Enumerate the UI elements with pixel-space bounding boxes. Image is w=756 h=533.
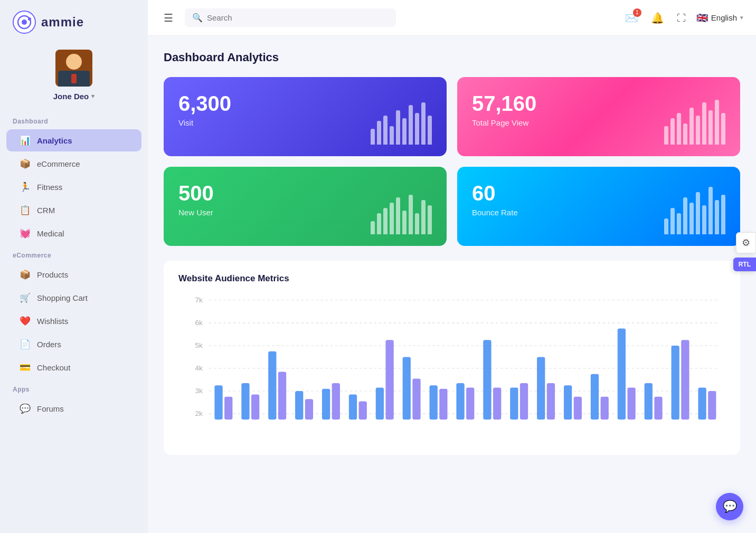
chart-bar-secondary xyxy=(278,372,286,419)
stat-bar xyxy=(402,211,407,234)
chart-bar-secondary xyxy=(574,397,582,420)
stat-bar xyxy=(677,213,681,234)
stat-bar xyxy=(670,208,675,234)
floating-rtl-button[interactable]: RTL xyxy=(733,258,756,271)
main-area: ☰ 🔍 ✉️ 1 🔔 ⛶ 🇬🇧 English ▾ Dashboard A xyxy=(148,0,756,533)
chart-bar-secondary xyxy=(412,378,420,420)
stat-bar xyxy=(396,197,400,234)
sidebar-label-ecommerce: eCommerce xyxy=(37,159,80,168)
floating-chat-button[interactable]: 💬 xyxy=(716,493,743,520)
chart-bar-primary xyxy=(591,374,599,420)
chart-bar-secondary xyxy=(627,388,635,420)
search-icon: 🔍 xyxy=(192,13,203,23)
sidebar-item-forums[interactable]: 💬 Forums xyxy=(6,397,141,420)
chart-bar-primary xyxy=(456,383,464,420)
sidebar-section-label-apps: Apps xyxy=(0,379,148,396)
bell-button[interactable]: 🔔 xyxy=(649,9,666,26)
stat-bar xyxy=(421,102,426,145)
user-avatar xyxy=(55,50,92,87)
sidebar-item-medical[interactable]: 💓 Medical xyxy=(6,222,141,244)
logo-icon xyxy=(13,11,36,34)
sidebar-icon-wishlists: ❤️ xyxy=(19,315,31,327)
stat-bars-bounce xyxy=(664,187,725,234)
stat-bar xyxy=(415,113,419,145)
sidebar-item-crm[interactable]: 📋 CRM xyxy=(6,199,141,221)
sidebar-label-shopping-cart: Shopping Cart xyxy=(37,293,88,302)
stat-bar xyxy=(383,208,388,234)
chart-bar-secondary xyxy=(385,340,393,420)
content-area: Dashboard Analytics 6,300 Visit 57,160 T… xyxy=(148,36,756,533)
svg-text:6k: 6k xyxy=(195,319,203,327)
sidebar-icon-shopping-cart: 🛒 xyxy=(19,292,31,303)
stat-bar xyxy=(708,187,713,234)
chart-bar-secondary xyxy=(654,397,662,420)
chart-bar-primary xyxy=(672,346,679,420)
sidebar-item-fitness[interactable]: 🏃 Fitness xyxy=(6,176,141,198)
mail-button[interactable]: ✉️ 1 xyxy=(623,9,640,26)
stat-bar xyxy=(390,126,394,145)
chart-bar-primary xyxy=(483,340,491,420)
chart-bar-primary xyxy=(349,395,357,420)
sidebar-item-products[interactable]: 📦 Products xyxy=(6,263,141,285)
topbar: ☰ 🔍 ✉️ 1 🔔 ⛶ 🇬🇧 English ▾ xyxy=(148,0,756,36)
flag-icon: 🇬🇧 xyxy=(696,12,708,24)
chart-bar-primary xyxy=(618,329,626,420)
sidebar-user: Jone Deo ▾ xyxy=(0,44,148,111)
hamburger-button[interactable]: ☰ xyxy=(160,8,176,27)
stat-card-visit: 6,300 Visit xyxy=(164,77,447,156)
chart-bar-secondary xyxy=(359,401,367,419)
fullscreen-button[interactable]: ⛶ xyxy=(675,9,688,26)
sidebar-item-checkout[interactable]: 💳 Checkout xyxy=(6,356,141,378)
sidebar-logo: ammie xyxy=(0,0,148,44)
sidebar-icon-checkout: 💳 xyxy=(19,361,31,373)
sidebar-item-shopping-cart[interactable]: 🛒 Shopping Cart xyxy=(6,287,141,309)
sidebar-section-label-dashboard: Dashboard xyxy=(0,111,148,128)
chat-icon: 💬 xyxy=(723,500,737,513)
chart-bar-primary xyxy=(537,357,545,419)
stat-bar xyxy=(721,113,725,145)
language-button[interactable]: 🇬🇧 English ▾ xyxy=(696,12,743,24)
stat-bar xyxy=(708,110,713,145)
stat-bar xyxy=(702,102,706,145)
stat-bar xyxy=(428,205,432,234)
sidebar-item-analytics[interactable]: 📊 Analytics xyxy=(6,129,141,151)
sidebar-label-analytics: Analytics xyxy=(37,136,72,145)
stat-bar xyxy=(396,110,400,145)
stat-bars-pageview xyxy=(664,100,725,145)
stat-bar xyxy=(715,200,719,234)
chart-area: 7k 6k 5k 4k 3k 2k xyxy=(178,294,725,442)
stat-bar xyxy=(421,200,426,234)
sidebar-label-fitness: Fitness xyxy=(37,183,62,192)
search-input[interactable] xyxy=(207,13,389,22)
logo-text: ammie xyxy=(41,15,84,30)
chart-title: Website Audience Metrics xyxy=(178,273,725,284)
stat-bar xyxy=(721,195,725,234)
svg-text:3k: 3k xyxy=(195,387,203,395)
stat-bar xyxy=(428,116,432,145)
sidebar-icon-fitness: 🏃 xyxy=(19,181,31,193)
stat-bar xyxy=(402,118,407,145)
stat-bars-visit xyxy=(371,102,432,145)
sidebar-item-orders[interactable]: 📄 Orders xyxy=(6,333,141,355)
sidebar-icon-analytics: 📊 xyxy=(19,135,31,146)
topbar-right: ✉️ 1 🔔 ⛶ 🇬🇧 English ▾ xyxy=(623,9,743,26)
sidebar-icon-medical: 💓 xyxy=(19,227,31,239)
chart-bar-primary xyxy=(214,385,222,420)
stat-bar xyxy=(715,100,719,145)
user-name[interactable]: Jone Deo ▾ xyxy=(53,92,95,101)
sidebar-item-ecommerce[interactable]: 📦 eCommerce xyxy=(6,153,141,175)
sidebar-item-wishlists[interactable]: ❤️ Wishlists xyxy=(6,310,141,332)
floating-gear-button[interactable]: ⚙ xyxy=(736,232,756,253)
chart-bar-primary xyxy=(322,389,330,420)
sidebar-label-checkout: Checkout xyxy=(37,363,70,372)
chart-bar-primary xyxy=(645,383,653,420)
svg-text:4k: 4k xyxy=(195,365,203,372)
sidebar-label-wishlists: Wishlists xyxy=(37,317,68,326)
stat-bar xyxy=(689,203,694,234)
stat-bar xyxy=(683,197,687,234)
chart-bar-secondary xyxy=(681,340,689,420)
chart-bar-primary xyxy=(564,385,572,420)
chart-bar-primary xyxy=(430,385,438,420)
chart-bar-primary xyxy=(376,388,384,420)
svg-point-2 xyxy=(28,17,31,21)
